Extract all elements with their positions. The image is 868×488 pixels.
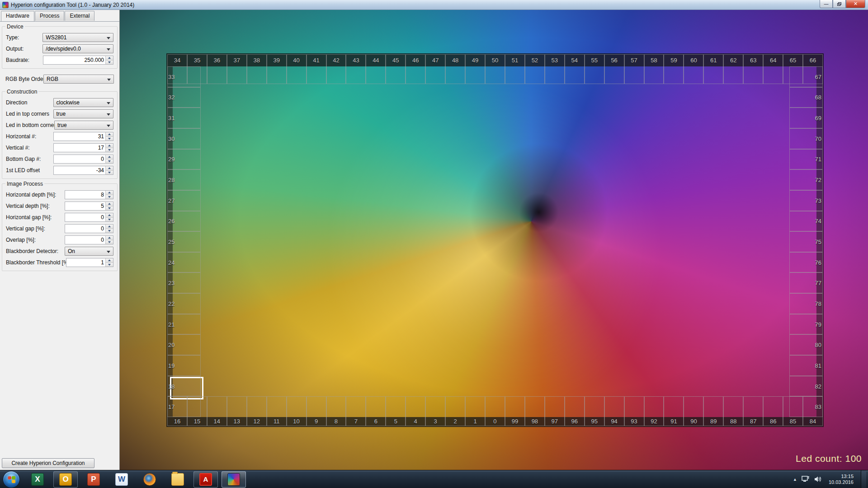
led-number: 55 bbox=[585, 57, 604, 64]
field-label: Vertical depth [%]: bbox=[6, 203, 65, 209]
spin-up-button[interactable] bbox=[106, 166, 113, 170]
led-cell-48: 48 bbox=[445, 54, 465, 84]
field-label: Led in top corners bbox=[6, 111, 53, 117]
spin-up-button[interactable] bbox=[106, 191, 113, 195]
tab-external[interactable]: External bbox=[65, 11, 94, 21]
horizontal-depth-spinbox[interactable]: 8 bbox=[65, 190, 113, 199]
overlap-spinbox[interactable]: 0 bbox=[65, 235, 113, 244]
spinbox-value[interactable]: 17 bbox=[54, 144, 105, 152]
taskbar-item-hyperion[interactable] bbox=[222, 471, 246, 488]
led-number: 23 bbox=[168, 280, 175, 286]
led-cell-13: 13 bbox=[227, 396, 247, 426]
spin-down-button[interactable] bbox=[106, 229, 113, 233]
led-cell-88: 88 bbox=[723, 396, 743, 426]
spin-down-button[interactable] bbox=[106, 263, 113, 267]
led-cell-77: 77 bbox=[789, 272, 823, 293]
minimize-button[interactable]: — bbox=[820, 0, 833, 8]
start-button[interactable] bbox=[3, 471, 20, 488]
taskbar-item-excel[interactable]: X bbox=[25, 471, 50, 488]
spin-up-button[interactable] bbox=[106, 132, 113, 136]
spinbox-value[interactable]: 250.000 bbox=[43, 56, 105, 64]
rgb-byte-order-dropdown[interactable]: RGB bbox=[43, 75, 114, 84]
led-cell-90: 90 bbox=[684, 396, 703, 426]
led-number: 96 bbox=[565, 418, 584, 425]
led-number: 36 bbox=[208, 57, 226, 64]
spin-up-button[interactable] bbox=[106, 236, 113, 240]
tray-expand-icon[interactable]: ▲ bbox=[793, 477, 797, 482]
direction-dropdown[interactable]: clockwise bbox=[53, 98, 113, 107]
spinbox-value[interactable]: 1 bbox=[66, 258, 105, 267]
spinbox-value[interactable]: 8 bbox=[65, 191, 105, 199]
output-dropdown[interactable]: /dev/spidev0.0 bbox=[42, 44, 113, 53]
spinbox-value[interactable]: 0 bbox=[65, 213, 105, 221]
dropdown-value: true bbox=[57, 122, 67, 128]
led-cell-91: 91 bbox=[664, 396, 684, 426]
spinbox-value[interactable]: 0 bbox=[65, 236, 105, 244]
spinbox-value[interactable]: -34 bbox=[54, 166, 105, 174]
title-bar: Hyperion configuration Tool (1.0 - Janua… bbox=[0, 0, 868, 10]
spin-down-button[interactable] bbox=[106, 60, 113, 65]
taskbar-item-firefox[interactable] bbox=[137, 471, 162, 488]
led-cell-41: 41 bbox=[307, 54, 326, 84]
close-button[interactable]: ✕ bbox=[846, 0, 865, 8]
led-number: 79 bbox=[815, 321, 821, 328]
led-cell-9: 9 bbox=[307, 396, 326, 426]
spin-up-button[interactable] bbox=[106, 213, 113, 217]
led-number: 0 bbox=[486, 418, 505, 425]
show-desktop-button[interactable] bbox=[861, 470, 866, 488]
vertical-gap-spinbox[interactable]: 0 bbox=[65, 224, 113, 233]
blackborder-threshold-spinbox[interactable]: 1 bbox=[66, 258, 113, 267]
led-number: 65 bbox=[783, 57, 802, 64]
1st-led-offset-spinbox[interactable]: -34 bbox=[53, 166, 113, 175]
blackborder-detector-dropdown[interactable]: On bbox=[65, 247, 113, 256]
spin-up-button[interactable] bbox=[106, 56, 113, 60]
taskbar-item-explorer[interactable] bbox=[165, 471, 190, 488]
spinbox-value[interactable]: 5 bbox=[65, 202, 105, 210]
taskbar-item-acrobat[interactable]: A bbox=[193, 471, 218, 488]
tab-process[interactable]: Process bbox=[35, 11, 64, 21]
led-in-bottom-corners-dropdown[interactable]: true bbox=[54, 121, 113, 130]
clock[interactable]: 13:15 10.03.2016 bbox=[829, 474, 854, 485]
spinbox-value[interactable]: 0 bbox=[65, 225, 105, 233]
vertical-spinbox[interactable]: 17 bbox=[53, 143, 113, 152]
type-dropdown[interactable]: WS2801 bbox=[42, 33, 113, 42]
spin-down-button[interactable] bbox=[106, 206, 113, 211]
spin-down-button[interactable] bbox=[106, 195, 113, 199]
spinbox-value[interactable]: 31 bbox=[54, 132, 105, 141]
spin-down-button[interactable] bbox=[106, 217, 113, 222]
taskbar-item-outlook[interactable]: O bbox=[53, 471, 78, 488]
baudrate-spinbox[interactable]: 250.000 bbox=[43, 56, 113, 65]
spin-down-button[interactable] bbox=[106, 136, 113, 141]
hyperion-icon bbox=[227, 473, 240, 486]
restore-button[interactable] bbox=[833, 0, 846, 8]
horizontal-gap-spinbox[interactable]: 0 bbox=[65, 213, 113, 222]
group-title: Device bbox=[5, 23, 25, 30]
spin-down-button[interactable] bbox=[106, 148, 113, 152]
spinbox-value[interactable]: 0 bbox=[54, 155, 105, 163]
spin-down-button[interactable] bbox=[106, 240, 113, 244]
tab-hardware[interactable]: Hardware bbox=[1, 11, 34, 21]
led-number: 16 bbox=[168, 418, 187, 425]
led-in-top-corners-dropdown[interactable]: true bbox=[53, 109, 113, 118]
horizontal-spinbox[interactable]: 31 bbox=[53, 132, 113, 141]
spin-down-button[interactable] bbox=[106, 159, 113, 164]
spin-up-button[interactable] bbox=[106, 225, 113, 229]
window-title: Hyperion configuration Tool (1.0 - Janua… bbox=[11, 2, 134, 8]
field-row-baudrate: Baudrate:250.000 bbox=[6, 56, 113, 65]
led-number: 42 bbox=[327, 57, 346, 64]
spin-up-button[interactable] bbox=[106, 144, 113, 148]
volume-icon[interactable] bbox=[814, 476, 822, 483]
led-cell-12: 12 bbox=[247, 396, 267, 426]
taskbar-item-powerpoint[interactable]: P bbox=[81, 471, 106, 488]
field-label: Type: bbox=[6, 34, 42, 41]
create-configuration-button[interactable]: Create Hyperion Configuration bbox=[2, 458, 94, 468]
taskbar-item-word[interactable]: W bbox=[109, 471, 134, 488]
clock-date: 10.03.2016 bbox=[829, 479, 854, 485]
spin-up-button[interactable] bbox=[106, 155, 113, 159]
spin-up-button[interactable] bbox=[106, 202, 113, 206]
spin-down-button[interactable] bbox=[106, 170, 113, 175]
spin-up-button[interactable] bbox=[106, 258, 113, 263]
vertical-depth-spinbox[interactable]: 5 bbox=[65, 202, 113, 211]
bottom-gap-spinbox[interactable]: 0 bbox=[53, 155, 113, 164]
network-icon[interactable] bbox=[802, 476, 810, 483]
